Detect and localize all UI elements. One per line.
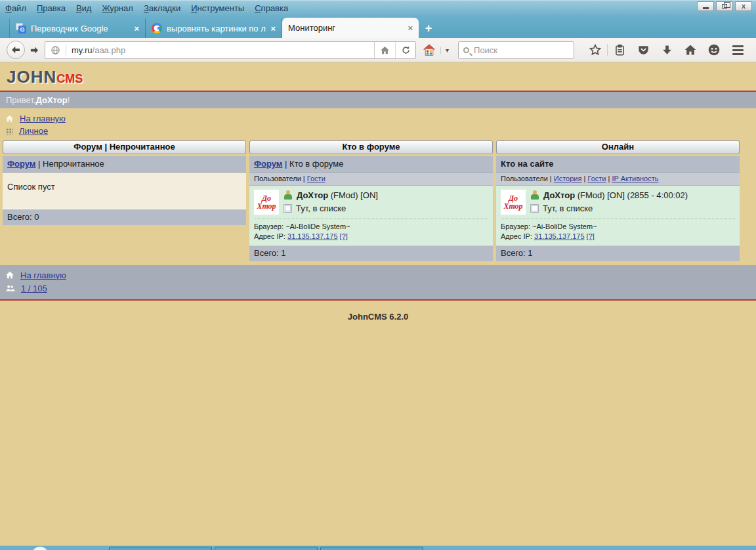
site-identity-globe-icon[interactable] — [51, 45, 60, 55]
home-button[interactable] — [679, 41, 702, 59]
user-online-icon — [530, 190, 539, 200]
back-button[interactable] — [7, 41, 25, 59]
taskbar-window-button[interactable] — [320, 547, 423, 550]
total-bar: Всего: 1 — [249, 245, 493, 261]
user-online-icon — [284, 190, 293, 200]
forward-button[interactable] — [26, 42, 42, 58]
link-forum[interactable]: Форум — [254, 159, 282, 169]
tab-close-icon[interactable]: × — [134, 24, 139, 33]
footer-link-home[interactable]: На главную — [20, 270, 66, 280]
menu-bookmarks[interactable]: Закладки — [144, 3, 180, 13]
subnav-bar: Пользователи | Гости — [249, 173, 493, 186]
reload-icon — [401, 45, 411, 55]
column-title-bar: Форум | Кто в форуме — [249, 156, 493, 173]
greeting-bar: Привет, ДоХтор ! — [0, 92, 756, 108]
avatar: ДоХтор — [254, 190, 279, 215]
user-details: Браузер: ~Ai-BoliDe System~ Адрес IP: 31… — [501, 222, 735, 242]
link-guests[interactable]: Гости — [307, 175, 326, 182]
column-title-bar: Кто на сайте — [496, 156, 740, 173]
restore-button[interactable] — [716, 1, 733, 11]
download-arrow-icon — [661, 44, 673, 56]
menu-button[interactable] — [726, 41, 749, 59]
start-button[interactable] — [32, 547, 49, 550]
close-button[interactable]: X — [735, 1, 752, 11]
menu-bar: Файл Правка Вид Журнал Закладки Инструме… — [0, 0, 756, 16]
menu-file[interactable]: Файл — [5, 3, 26, 13]
ip-label: Адрес IP: — [254, 232, 287, 240]
chevron-down-icon[interactable]: ▾ — [440, 47, 449, 54]
tab-google-translate[interactable]: G Переводчик Google × — [9, 18, 146, 38]
ip-label: Адрес IP: — [501, 232, 534, 240]
ip-help-link[interactable]: [?] — [587, 232, 595, 240]
search-box[interactable] — [458, 41, 574, 59]
star-icon — [589, 43, 602, 56]
menu-view[interactable]: Вид — [76, 3, 92, 13]
tab-close-icon[interactable]: × — [270, 24, 276, 33]
forward-arrow-icon — [30, 45, 39, 55]
taskbar-window-button[interactable] — [215, 547, 318, 550]
url-text: my.ru/aaa.php — [72, 45, 374, 55]
browser-window: Файл Правка Вид Журнал Закладки Инструме… — [0, 0, 756, 550]
link-ip-activity[interactable]: IP Активность — [612, 175, 658, 182]
avatar: ДоХтор — [501, 190, 526, 215]
users-icon — [5, 284, 15, 293]
link-home[interactable]: На главную — [20, 114, 66, 123]
user-card: ДоХтор ДоХтор (FMod) [ON] (2855 - 4:00:0… — [496, 186, 740, 245]
home-icon — [5, 114, 14, 123]
google-translate-icon: G — [16, 23, 26, 33]
subnav-bar: Пользователи | История | Гости | IP Акти… — [496, 173, 740, 186]
footer-link-online-count[interactable]: 1 / 105 — [21, 284, 47, 293]
bookmarks-menu-button[interactable] — [608, 41, 631, 59]
user-status: Тут, в списке — [296, 203, 346, 213]
minimize-button[interactable] — [697, 1, 714, 11]
tab-close-icon[interactable]: × — [408, 23, 413, 33]
site-home-button[interactable] — [375, 42, 395, 58]
checkbox-icon — [530, 204, 539, 213]
urlbar-buttons — [374, 42, 415, 58]
total-bar: Всего: 0 — [3, 209, 246, 225]
ip-link[interactable]: 31.135.137.175 — [287, 232, 337, 240]
subnav-current: Пользователи — [501, 175, 548, 182]
smiley-icon — [707, 43, 721, 56]
column-online: Онлайн Кто на сайте Пользователи | Истор… — [496, 140, 740, 261]
downloads-button[interactable] — [655, 41, 679, 59]
clipboard-icon — [614, 44, 626, 56]
search-icon — [463, 47, 469, 53]
empty-text: Список пуст — [7, 182, 55, 192]
tab-google-search[interactable]: выровнять картинки по ле... × — [146, 18, 282, 38]
top-nav-links: На главную Личное — [0, 108, 756, 137]
feedback-button[interactable] — [702, 41, 726, 59]
link-forum[interactable]: Форум — [7, 159, 35, 169]
taskbar-window-button[interactable] — [109, 547, 212, 550]
separator: | — [301, 175, 307, 182]
new-tab-button[interactable]: + — [419, 20, 438, 37]
link-guests[interactable]: Гости — [587, 175, 606, 182]
colored-house-icon — [423, 43, 436, 56]
url-bar[interactable]: my.ru/aaa.php — [45, 41, 416, 59]
tab-bar: G Переводчик Google × выровнять картинки… — [0, 16, 756, 38]
greeting-username: ДоХтор — [36, 95, 68, 105]
column-header: Онлайн — [496, 140, 740, 154]
home-icon — [684, 43, 697, 56]
menu-help[interactable]: Справка — [255, 3, 288, 13]
extension-button[interactable]: ▾ — [423, 43, 449, 56]
title-rest: | Кто в форуме — [282, 159, 343, 169]
ip-help-link[interactable]: [?] — [340, 232, 348, 240]
menu-history[interactable]: Журнал — [102, 3, 133, 13]
menu-tools[interactable]: Инструменты — [191, 3, 244, 13]
bookmark-star-button[interactable] — [583, 41, 607, 59]
browser-line: Браузер: ~Ai-BoliDe System~ — [501, 222, 735, 232]
page-content: JOHNCMS Привет, ДоХтор ! На главную Личн… — [0, 62, 756, 550]
ip-link[interactable]: 31.135.137.175 — [534, 232, 584, 240]
pocket-button[interactable] — [631, 41, 655, 59]
restore-icon — [722, 4, 727, 9]
tab-monitoring[interactable]: Мониторинг × — [282, 18, 419, 38]
urlbar-divider — [66, 45, 66, 56]
reload-button[interactable] — [395, 42, 415, 58]
search-input[interactable] — [474, 45, 569, 55]
column-title-bar: Форум | Непрочитанное — [3, 156, 246, 173]
link-personal[interactable]: Личное — [19, 126, 48, 136]
menu-edit[interactable]: Правка — [37, 3, 66, 13]
taskbar — [0, 545, 756, 550]
link-history[interactable]: История — [554, 175, 582, 182]
